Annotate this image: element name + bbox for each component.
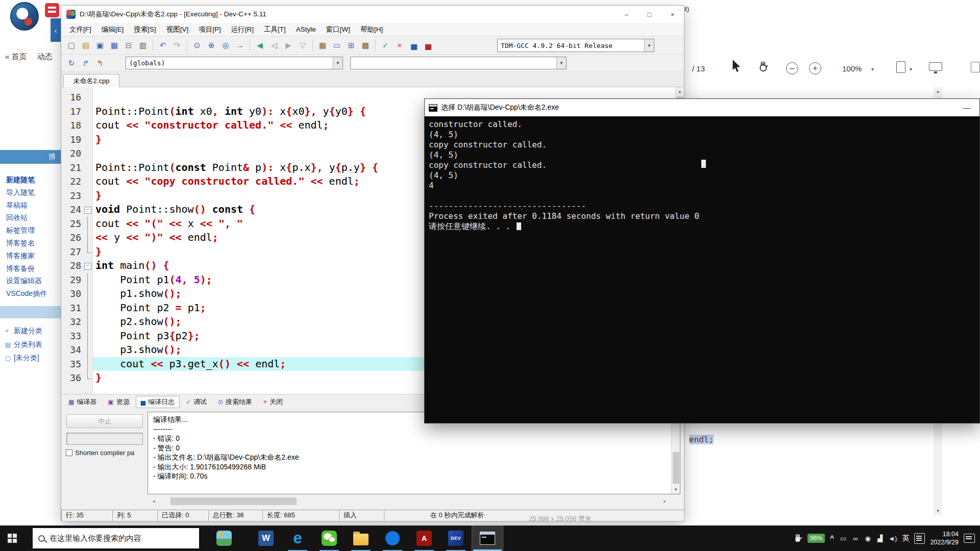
delete-profile-button[interactable]: ▅ bbox=[422, 39, 435, 52]
previous-button[interactable]: ◁ bbox=[267, 39, 281, 52]
hand-tool-icon[interactable] bbox=[757, 60, 769, 73]
menu-item[interactable]: 视图[V] bbox=[161, 23, 194, 36]
print-button[interactable]: ▥ bbox=[136, 39, 150, 52]
presentation-icon[interactable] bbox=[929, 62, 942, 71]
blog-menu-item[interactable]: 草稿箱 bbox=[6, 199, 47, 212]
undo-button[interactable]: ↶ bbox=[156, 39, 169, 52]
panel-tab[interactable]: ✓调试 bbox=[181, 396, 212, 408]
profile-button[interactable]: ▅ bbox=[407, 39, 421, 52]
compiler-select-caret-icon[interactable]: ▼ bbox=[644, 39, 654, 52]
shorten-paths-checkbox[interactable]: Shorten compiler pa bbox=[66, 449, 146, 457]
panel-tab[interactable]: ▅编译日志 bbox=[136, 396, 180, 408]
compile-run-button[interactable]: ⊞ bbox=[345, 39, 358, 52]
log-vertical-scrollbar[interactable]: ▲ ▼ bbox=[671, 412, 680, 494]
log-scroll-down-icon[interactable]: ▼ bbox=[672, 485, 680, 494]
next-button[interactable]: ▶ bbox=[282, 39, 295, 52]
blog-menu-item[interactable]: 博客搬家 bbox=[6, 249, 47, 262]
down-button[interactable]: ▽ bbox=[296, 39, 309, 52]
blog-news-link[interactable]: 动态 bbox=[37, 52, 53, 61]
panel-tab[interactable]: ⊙搜索结果 bbox=[213, 396, 257, 408]
taskbar-wechat[interactable] bbox=[313, 525, 345, 551]
run-button[interactable]: ▭ bbox=[330, 39, 344, 52]
globals-select[interactable]: (globals) ▼ bbox=[126, 57, 343, 69]
menu-item[interactable]: 帮助[H] bbox=[355, 23, 388, 36]
select-tool-icon[interactable] bbox=[731, 60, 741, 73]
input-language-indicator[interactable]: 英 bbox=[902, 534, 909, 543]
start-button[interactable] bbox=[0, 525, 24, 551]
find-in-files-button[interactable]: ◎ bbox=[219, 39, 232, 52]
taskbar-photo-app[interactable] bbox=[208, 525, 240, 551]
maximize-button[interactable]: □ bbox=[638, 6, 661, 23]
taskbar-edge[interactable]: e bbox=[282, 525, 313, 551]
abort-button[interactable]: 中止 bbox=[66, 414, 143, 428]
pen-hand-icon[interactable] bbox=[793, 533, 802, 543]
log-scrollbar-thumb[interactable] bbox=[673, 452, 679, 484]
menu-item[interactable]: 运行[R] bbox=[226, 23, 259, 36]
red-app-icon[interactable] bbox=[45, 3, 59, 17]
open-file-button[interactable]: ▤ bbox=[79, 39, 92, 52]
blog-home-link[interactable]: « 首页 bbox=[5, 52, 27, 61]
scroll-up-icon[interactable]: ▲ bbox=[934, 87, 942, 96]
action-center-icon[interactable] bbox=[964, 534, 975, 543]
globals-select-caret-icon[interactable]: ▼ bbox=[333, 57, 342, 69]
goto-line-button[interactable]: → bbox=[233, 39, 247, 52]
console-output[interactable]: constructor called.(4, 5)copy constructo… bbox=[425, 116, 979, 423]
menu-item[interactable]: 项目[P] bbox=[193, 23, 226, 36]
sidebar-collapse-button[interactable]: ‹ bbox=[51, 18, 61, 42]
fit-page-icon[interactable] bbox=[896, 61, 905, 73]
menu-item[interactable]: 窗口[W] bbox=[321, 23, 355, 36]
ime-keyboard-icon[interactable] bbox=[914, 533, 925, 544]
checkbox-icon[interactable] bbox=[66, 449, 72, 456]
log-scroll-left-icon[interactable]: ◂ bbox=[150, 497, 158, 506]
compile-button[interactable]: ▦ bbox=[316, 39, 329, 52]
blog-category-item[interactable]: ▢[未分类] bbox=[5, 352, 42, 365]
redo-button[interactable]: ↷ bbox=[170, 39, 184, 52]
blog-menu-item[interactable]: VSCode插件 bbox=[6, 287, 47, 300]
volume-icon[interactable]: ◄) bbox=[888, 535, 897, 542]
close-button[interactable]: × bbox=[661, 6, 684, 23]
battery-badge[interactable]: 96% bbox=[807, 534, 825, 543]
blog-category-item[interactable]: ▤分类列表 bbox=[5, 338, 42, 352]
fold-toggle-icon[interactable] bbox=[83, 203, 93, 217]
panel-tab[interactable]: ▣资源 bbox=[103, 396, 134, 408]
minimize-button[interactable]: – bbox=[615, 6, 638, 23]
network-icon[interactable]: ▟ bbox=[876, 535, 884, 542]
mouse-icon[interactable]: ▭ bbox=[839, 535, 847, 542]
editor-scroll-up-icon[interactable]: ▲ bbox=[676, 87, 684, 96]
log-hscrollbar-thumb[interactable] bbox=[170, 497, 297, 505]
panel-tab[interactable]: ▦编译器 bbox=[63, 396, 102, 408]
taskbar-clock[interactable]: 18:04 2022/9/29 bbox=[930, 530, 959, 547]
log-horizontal-scrollbar[interactable]: ◂ ▸ bbox=[150, 497, 669, 506]
replace-button[interactable]: ⊕ bbox=[205, 39, 218, 52]
compile-log-output[interactable]: 编译结果...--------- 错误: 0- 警告: 0- 输出文件名: D:… bbox=[148, 412, 671, 494]
blog-menu-item[interactable]: 导入随笔 bbox=[6, 186, 47, 199]
taskbar-explorer[interactable] bbox=[345, 525, 377, 551]
members-select[interactable]: ▼ bbox=[350, 57, 567, 69]
zoom-in-icon[interactable]: + bbox=[809, 62, 821, 74]
devcpp-titlebar[interactable]: D:\胡嘉瑞\Dev-Cpp\未命名2.cpp - [Executing] - … bbox=[61, 6, 684, 23]
blog-menu-item[interactable]: 新建随笔 bbox=[6, 173, 47, 186]
members-select-caret-icon[interactable]: ▼ bbox=[556, 57, 566, 69]
link-icon[interactable]: ∞ bbox=[851, 535, 860, 542]
blog-menu-item[interactable]: 回收站 bbox=[6, 211, 47, 224]
menu-item[interactable]: 搜索[S] bbox=[129, 23, 161, 36]
cnblogs-logo-icon[interactable] bbox=[10, 2, 39, 31]
syntax-check-button[interactable]: ✓ bbox=[379, 39, 392, 52]
blog-category-item[interactable]: +新建分类 bbox=[5, 324, 42, 338]
taskbar-blue-circle-app[interactable] bbox=[377, 525, 408, 551]
taskbar-acrobat[interactable]: A bbox=[408, 525, 440, 551]
menu-item[interactable]: 工具[T] bbox=[259, 23, 291, 36]
blog-menu-item[interactable]: 博客备份 bbox=[6, 262, 47, 275]
scroll-down-icon[interactable]: ▼ bbox=[934, 507, 942, 515]
taskbar-console-app[interactable] bbox=[472, 525, 503, 551]
save-all-button[interactable]: ▦ bbox=[108, 39, 121, 52]
clipped-toolbar-icon[interactable] bbox=[971, 62, 980, 72]
blog-menu-item[interactable]: 博客签名 bbox=[6, 237, 47, 249]
editor-tab[interactable]: 未命名2.cpp bbox=[63, 74, 119, 87]
new-file-button[interactable]: ▢ bbox=[65, 39, 78, 52]
rebuild-button[interactable]: ▩ bbox=[359, 39, 372, 52]
menu-item[interactable]: 文件[F] bbox=[64, 23, 96, 36]
console-minimize-button[interactable]: — bbox=[963, 99, 970, 116]
goto-definition-button[interactable]: ↰ bbox=[93, 57, 107, 70]
browser-refresh-button[interactable]: ↻ bbox=[65, 57, 78, 70]
